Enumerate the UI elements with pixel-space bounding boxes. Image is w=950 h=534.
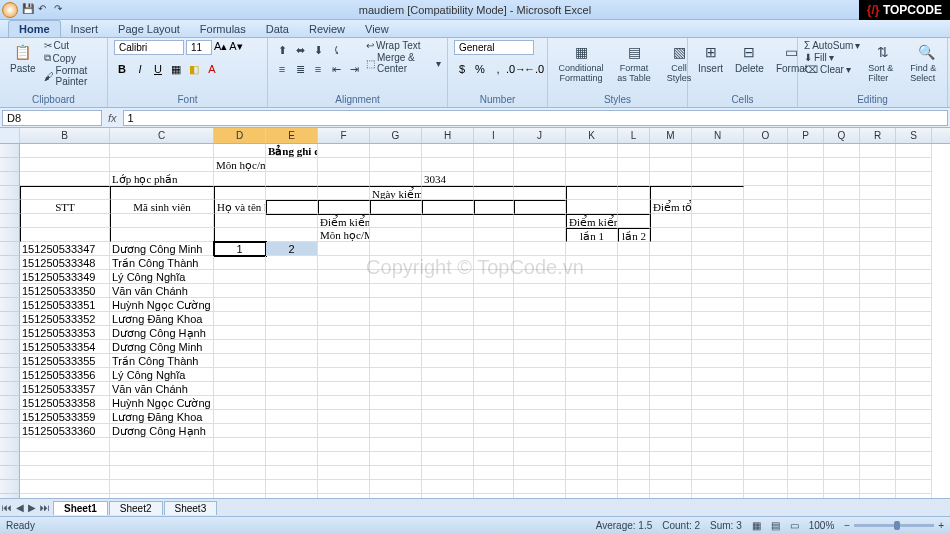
- format-table-button[interactable]: ▤Format as Table: [612, 40, 656, 85]
- delete-cells-button[interactable]: ⊟Delete: [731, 40, 768, 76]
- zoom-in-icon[interactable]: +: [938, 520, 944, 531]
- redo-icon[interactable]: ↷: [54, 3, 66, 15]
- tab-formulas[interactable]: Formulas: [190, 21, 256, 37]
- tab-nav-next[interactable]: ▶: [26, 502, 38, 513]
- clear-button[interactable]: ⌫Clear ▾: [804, 64, 860, 75]
- tab-home[interactable]: Home: [8, 20, 61, 37]
- autosum-button[interactable]: ΣAutoSum ▾: [804, 40, 860, 51]
- indent-inc-icon[interactable]: ⇥: [346, 61, 362, 77]
- font-name-select[interactable]: Calibri: [114, 40, 184, 55]
- fill-icon: ⬇: [804, 52, 812, 63]
- currency-icon[interactable]: $: [454, 61, 470, 77]
- tab-view[interactable]: View: [355, 21, 399, 37]
- font-size-select[interactable]: 11: [186, 40, 212, 55]
- comma-icon[interactable]: ,: [490, 61, 506, 77]
- wrap-icon: ↩: [366, 40, 374, 51]
- status-sum: Sum: 3: [710, 520, 742, 531]
- align-left-icon[interactable]: ≡: [274, 61, 290, 77]
- sigma-icon: Σ: [804, 40, 810, 51]
- inc-decimal-icon[interactable]: .0→: [508, 61, 524, 77]
- window-title: maudiem [Compatibility Mode] - Microsoft…: [359, 4, 591, 16]
- status-count: Count: 2: [662, 520, 700, 531]
- topcode-logo: {/} TOPCODE: [859, 0, 950, 20]
- fill-button[interactable]: ⬇Fill ▾: [804, 52, 860, 63]
- titlebar: 💾 ↶ ↷ maudiem [Compatibility Mode] - Mic…: [0, 0, 950, 20]
- view-break-icon[interactable]: ▭: [790, 520, 799, 531]
- format-painter-button[interactable]: 🖌Format Painter: [44, 65, 101, 87]
- align-mid-icon[interactable]: ⬌: [292, 42, 308, 58]
- status-bar: Ready Average: 1.5 Count: 2 Sum: 3 ▦ ▤ ▭…: [0, 516, 950, 534]
- name-box[interactable]: D8: [2, 110, 102, 126]
- zoom-slider[interactable]: [854, 524, 934, 527]
- merge-icon: ⬚: [366, 58, 375, 69]
- find-icon: 🔍: [916, 42, 936, 62]
- quick-access-toolbar: 💾 ↶ ↷: [22, 3, 66, 15]
- sort-filter-button[interactable]: ⇅Sort & Filter: [864, 40, 902, 85]
- office-button[interactable]: [2, 2, 18, 18]
- cut-button[interactable]: ✂Cut: [44, 40, 101, 51]
- percent-icon[interactable]: %: [472, 61, 488, 77]
- copy-icon: ⧉: [44, 52, 51, 64]
- font-color-button[interactable]: A: [204, 61, 220, 77]
- tab-review[interactable]: Review: [299, 21, 355, 37]
- align-bot-icon[interactable]: ⬇: [310, 42, 326, 58]
- tab-nav-last[interactable]: ⏭: [38, 502, 52, 513]
- status-average: Average: 1.5: [596, 520, 653, 531]
- grow-font-icon[interactable]: A▴: [214, 40, 227, 55]
- eraser-icon: ⌫: [804, 64, 818, 75]
- align-top-icon[interactable]: ⬆: [274, 42, 290, 58]
- delete-icon: ⊟: [739, 42, 759, 62]
- status-ready: Ready: [6, 520, 35, 531]
- dec-decimal-icon[interactable]: ←.0: [526, 61, 542, 77]
- fill-color-button[interactable]: ◧: [186, 61, 202, 77]
- undo-icon[interactable]: ↶: [38, 3, 50, 15]
- table-icon: ▤: [624, 42, 644, 62]
- shrink-font-icon[interactable]: A▾: [229, 40, 242, 55]
- tab-insert[interactable]: Insert: [61, 21, 109, 37]
- styles-icon: ▧: [669, 42, 689, 62]
- ribbon-tabs: Home Insert Page Layout Formulas Data Re…: [0, 20, 950, 38]
- sheet-tab-bar: ⏮ ◀ ▶ ⏭ Sheet1 Sheet2 Sheet3: [0, 498, 950, 516]
- paste-button[interactable]: 📋Paste: [6, 40, 40, 76]
- number-format-select[interactable]: General: [454, 40, 534, 55]
- select-all-corner[interactable]: [0, 128, 20, 143]
- view-layout-icon[interactable]: ▤: [771, 520, 780, 531]
- ribbon: 📋Paste ✂Cut ⧉Copy 🖌Format Painter Clipbo…: [0, 38, 950, 108]
- column-headers[interactable]: B C D E F G H I J K L M N O P Q R S: [0, 128, 950, 144]
- tab-nav-prev[interactable]: ◀: [14, 502, 26, 513]
- underline-button[interactable]: U: [150, 61, 166, 77]
- zoom-level[interactable]: 100%: [809, 520, 835, 531]
- border-button[interactable]: ▦: [168, 61, 184, 77]
- find-select-button[interactable]: 🔍Find & Select: [906, 40, 946, 85]
- wrap-text-button[interactable]: ↩Wrap Text: [366, 40, 441, 51]
- copy-button[interactable]: ⧉Copy: [44, 52, 101, 64]
- cut-icon: ✂: [44, 40, 52, 51]
- tab-data[interactable]: Data: [256, 21, 299, 37]
- paste-icon: 📋: [13, 42, 33, 62]
- formula-bar[interactable]: 1: [123, 110, 948, 126]
- indent-dec-icon[interactable]: ⇤: [328, 61, 344, 77]
- merge-center-button[interactable]: ⬚Merge & Center ▾: [366, 52, 441, 74]
- conditional-formatting-button[interactable]: ▦Conditional Formatting: [554, 40, 608, 85]
- formula-bar-row: D8 fx 1: [0, 108, 950, 128]
- save-icon[interactable]: 💾: [22, 3, 34, 15]
- worksheet[interactable]: B C D E F G H I J K L M N O P Q R S Bảng…: [0, 128, 950, 516]
- sheet-tab-3[interactable]: Sheet3: [164, 501, 218, 515]
- align-center-icon[interactable]: ≣: [292, 61, 308, 77]
- orientation-icon[interactable]: ⤹: [328, 42, 344, 58]
- italic-button[interactable]: I: [132, 61, 148, 77]
- brush-icon: 🖌: [44, 71, 54, 82]
- zoom-out-icon[interactable]: −: [844, 520, 850, 531]
- insert-cells-button[interactable]: ⊞Insert: [694, 40, 727, 76]
- sheet-tab-1[interactable]: Sheet1: [53, 501, 108, 515]
- align-right-icon[interactable]: ≡: [310, 61, 326, 77]
- sheet-tab-2[interactable]: Sheet2: [109, 501, 163, 515]
- view-normal-icon[interactable]: ▦: [752, 520, 761, 531]
- cf-icon: ▦: [571, 42, 591, 62]
- insert-icon: ⊞: [701, 42, 721, 62]
- tab-pagelayout[interactable]: Page Layout: [108, 21, 190, 37]
- sort-icon: ⇅: [873, 42, 893, 62]
- tab-nav-first[interactable]: ⏮: [0, 502, 14, 513]
- fx-icon[interactable]: fx: [102, 112, 123, 124]
- bold-button[interactable]: B: [114, 61, 130, 77]
